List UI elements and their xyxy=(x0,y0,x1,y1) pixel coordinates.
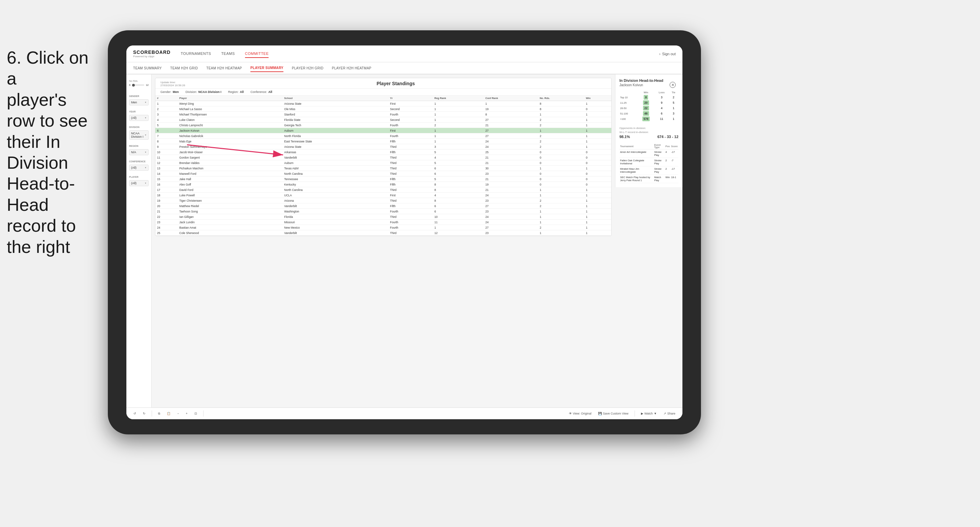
logo-scoreboard: SCOREBOARD xyxy=(133,49,170,55)
table-row[interactable]: 13 Pichaikun Maichon Texas A&M Third 6 3… xyxy=(155,166,611,171)
table-row[interactable]: 12 Brendan Valdes Auburn Third 5 21 0 0 xyxy=(155,160,611,166)
cell-rank: 16 xyxy=(155,182,178,187)
table-row[interactable]: 3 Michael Thorbjornsen Stanford Fourth 1… xyxy=(155,112,611,117)
cell-reg-rank: 1 xyxy=(433,133,484,139)
region-dropdown[interactable]: N/A xyxy=(129,149,149,155)
cell-yr: Third xyxy=(388,144,433,149)
tablet-screen: SCOREBOARD Powered by clippi TOURNAMENTS… xyxy=(126,46,682,419)
slider-container: 6 12 xyxy=(129,84,149,87)
cell-player: Brendan Valdes xyxy=(178,160,282,166)
table-row[interactable]: 11 Gordon Sargent Vanderbilt Third 4 21 … xyxy=(155,155,611,160)
table-row[interactable]: 17 David Ford North Carolina Third 8 21 … xyxy=(155,187,611,193)
h2h-loss-cell: 3 xyxy=(654,95,668,100)
cell-school: UCLA xyxy=(282,193,388,198)
table-row[interactable]: 24 Bastian Amat New Mexico Fourth 1 27 2… xyxy=(155,225,611,230)
tab-team-h2h-heatmap[interactable]: TEAM H2H HEATMAP xyxy=(206,65,242,72)
cell-no-rds: 1 xyxy=(538,128,584,133)
table-row[interactable]: 23 Jack Lundin Missouri Fourth 11 24 1 1 xyxy=(155,219,611,225)
cell-conf-rank: 21 xyxy=(484,160,538,166)
table-row[interactable]: 9 Preston Summerhays Arizona State Third… xyxy=(155,144,611,149)
cell-yr: Third xyxy=(388,166,433,171)
cell-school: Auburn xyxy=(282,128,388,133)
h2h-rank-label: 51-100 xyxy=(619,111,637,116)
cell-win: 1 xyxy=(584,198,611,203)
redo-button[interactable]: ↻ xyxy=(141,411,148,416)
cell-reg-rank: 5 xyxy=(433,176,484,182)
fit-button[interactable]: ⊡ xyxy=(192,411,199,416)
tab-player-h2h-heatmap[interactable]: PLAYER H2H HEATMAP xyxy=(332,65,371,72)
table-row[interactable]: 18 Luke Powell UCLA First 4 24 1 1 xyxy=(155,193,611,198)
cell-yr: Second xyxy=(388,106,433,112)
cell-win: 0 xyxy=(584,160,611,166)
cell-conf-rank: 23 xyxy=(484,230,538,236)
tab-player-summary[interactable]: PLAYER SUMMARY xyxy=(250,64,283,72)
zoom-in-button[interactable]: + xyxy=(184,411,189,416)
division-dropdown[interactable]: NCAA Division I xyxy=(129,130,149,140)
cell-yr: Fourth xyxy=(388,133,433,139)
nav-committee[interactable]: COMMITTEE xyxy=(245,50,269,58)
table-row[interactable]: 5 Christo Lamprecht Georgia Tech Fourth … xyxy=(155,122,611,128)
conference-dropdown[interactable]: (All) xyxy=(129,165,149,171)
cell-rank: 1 xyxy=(155,101,178,106)
no-rds-slider[interactable] xyxy=(132,84,144,86)
col-reg-rank: Reg Rank xyxy=(433,96,484,101)
cell-yr: First xyxy=(388,193,433,198)
view-original-button[interactable]: 👁 View: Original xyxy=(567,411,593,416)
table-row[interactable]: 8 Mats Ege East Tennessee State Fifth 1 … xyxy=(155,139,611,144)
save-custom-view-button[interactable]: 💾 Save Custom View xyxy=(596,411,630,416)
zoom-out-button[interactable]: − xyxy=(175,411,181,416)
undo-button[interactable]: ↺ xyxy=(131,411,138,416)
table-row[interactable]: 22 Ian Gilligan Florida Third 10 24 1 1 xyxy=(155,214,611,219)
copy-button[interactable]: ⧉ xyxy=(156,411,162,417)
table-row[interactable]: 20 Matthew Riedel Vanderbilt Fifth 6 27 … xyxy=(155,203,611,209)
cell-no-rds: 1 xyxy=(538,187,584,193)
cell-rank: 2 xyxy=(155,106,178,112)
col-event-type: Event Type xyxy=(654,143,665,149)
col-yr: Yr xyxy=(388,96,433,101)
table-row[interactable]: 19 Tiger Christensen Arizona Third 8 23 … xyxy=(155,198,611,203)
gender-dropdown[interactable]: Men xyxy=(129,99,149,105)
cell-conf-rank: 23 xyxy=(484,171,538,176)
table-row[interactable]: 15 Jake Hall Tennessee Fifth 5 21 0 0 xyxy=(155,176,611,182)
cell-reg-rank: 1 xyxy=(433,139,484,144)
cell-rank: 22 xyxy=(155,214,178,219)
close-button[interactable]: ✕ xyxy=(670,82,676,88)
cell-conf-rank: 21 xyxy=(484,187,538,193)
year-dropdown[interactable]: (All) xyxy=(129,115,149,121)
table-row[interactable]: 25 Cole Sherwood Vanderbilt Third 12 23 … xyxy=(155,230,611,236)
table-row[interactable]: 16 Alex Goff Kentucky Fifth 8 19 0 0 xyxy=(155,182,611,187)
watch-button[interactable]: ▶ Watch ▼ xyxy=(639,411,659,416)
cell-no-rds: 0 xyxy=(538,160,584,166)
nav-tournaments[interactable]: TOURNAMENTS xyxy=(181,50,211,58)
cell-conf-rank: 23 xyxy=(484,198,538,203)
sign-out-button[interactable]: › Sign out xyxy=(659,52,676,56)
table-row[interactable]: 21 Taehoon Song Washington Fourth 6 23 1… xyxy=(155,209,611,214)
tab-team-summary[interactable]: TEAM SUMMARY xyxy=(133,65,162,72)
player-dropdown[interactable]: (All) xyxy=(129,180,149,186)
tab-team-h2h-grid[interactable]: TEAM H2H GRID xyxy=(170,65,198,72)
update-time-area: Update time: 27/03/2024 16:56:26 xyxy=(161,81,185,87)
table-row[interactable]: 6 Jackson Koivun Auburn First 1 27 1 1 xyxy=(155,128,611,133)
table-row[interactable]: 7 Nicholas Gabrelcik North Florida Fourt… xyxy=(155,133,611,139)
wlt-label: W-L-T record in-division: xyxy=(619,131,678,134)
cell-conf-rank: 30 xyxy=(484,166,538,171)
cell-win: 1 xyxy=(584,209,611,214)
table-row[interactable]: 2 Michael La Sasso Ole Miss Second 1 19 … xyxy=(155,106,611,112)
tab-player-h2h-grid[interactable]: PLAYER H2H GRID xyxy=(292,65,323,72)
col-no-rds: No. Rds. xyxy=(538,96,584,101)
h2h-tie-cell: 3 xyxy=(668,111,678,116)
nav-teams[interactable]: TEAMS xyxy=(221,50,235,58)
cell-school: Texas A&M xyxy=(282,166,388,171)
table-row[interactable]: 4 Luke Claton Florida State Second 1 27 … xyxy=(155,117,611,122)
cell-no-rds: 2 xyxy=(538,122,584,128)
share-button[interactable]: ↗ Share xyxy=(662,411,678,416)
table-row[interactable]: 1 Wenyi Ding Arizona State First 1 1 8 1 xyxy=(155,101,611,106)
table-row[interactable]: 14 Maxwell Ford North Carolina Third 6 2… xyxy=(155,171,611,176)
cell-no-rds: 0 xyxy=(538,155,584,160)
paste-button[interactable]: 📋 xyxy=(165,411,173,416)
cell-reg-rank: 10 xyxy=(433,214,484,219)
h2h-table: Win Loss Tie Top 10 8 3 2 11-25 20 9 5 2… xyxy=(619,90,678,122)
cell-yr: Fifth xyxy=(388,203,433,209)
table-row[interactable]: 10 Jacob Moir-Glaser Arkansas Fifth 5 25… xyxy=(155,149,611,155)
cell-player: Michael Thorbjornsen xyxy=(178,112,282,117)
